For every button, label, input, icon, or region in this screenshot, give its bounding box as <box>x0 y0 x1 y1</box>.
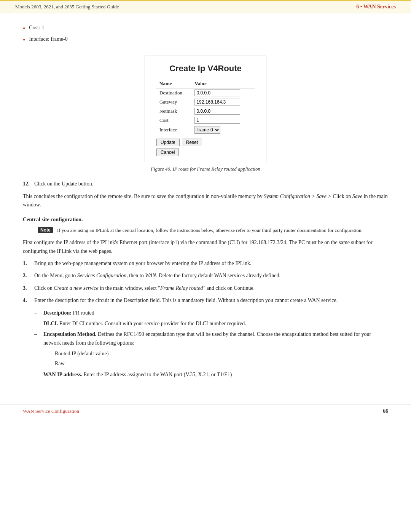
row-gateway-value[interactable] <box>191 97 255 107</box>
sub-bullet-description-text: Description: FR routed <box>43 309 94 317</box>
btn-inline: Update Reset <box>156 139 255 146</box>
bullet-interface-text: Interface: frame-0 <box>29 36 67 42</box>
step-4: 4. Enter the description for the circuit… <box>23 296 388 305</box>
step-3-text: Click on Create a new service in the mai… <box>34 284 255 292</box>
section-heading: Central site configuration. <box>23 217 388 223</box>
step-1-text: Bring up the web-page management system … <box>34 259 252 268</box>
page-content: • Cost: 1 • Interface: frame-0 Create Ip… <box>0 13 411 396</box>
figure-box: Create Ip V4Route Name Value Destination… <box>145 56 266 162</box>
table-row: Cost <box>156 116 255 125</box>
figure-container: Create Ip V4Route Name Value Destination… <box>23 56 388 172</box>
step-12-number: 12. <box>23 180 32 188</box>
bullet-dot-1: • <box>23 25 25 33</box>
form-table: Name Value Destination Gateway Netmask <box>156 80 255 135</box>
cancel-button[interactable]: Cancel <box>156 149 179 156</box>
step-2-text: On the Menu, go to Services Configuratio… <box>34 272 280 280</box>
sub-dash-1: – <box>34 309 42 317</box>
update-button[interactable]: Update <box>156 139 180 146</box>
step-3: 3. Click on Create a new service in the … <box>23 284 388 292</box>
sub-dash-2: – <box>34 320 42 328</box>
step-2-number: 2. <box>23 272 32 280</box>
button-row: Update Reset Cancel <box>156 139 255 156</box>
table-row: Interface frame-0 <box>156 125 255 135</box>
interface-select[interactable]: frame-0 <box>194 126 220 134</box>
sub-sub-dash-2: – <box>46 359 53 368</box>
step-2: 2. On the Menu, go to Services Configura… <box>23 272 388 280</box>
sub-bullet-description: – Description: FR routed <box>34 309 388 317</box>
note-label: Note <box>38 227 53 235</box>
row-destination-label: Destination <box>156 88 191 98</box>
sub-dash-3: – <box>34 330 42 347</box>
sub-bullet-encap-text: Encapsulation Method. Defines the RFC149… <box>43 330 388 347</box>
sub-bullet-dlci: – DLCI. Enter DLCI number. Consult with … <box>34 320 388 328</box>
netmask-input[interactable] <box>194 108 240 115</box>
sub-bullet-wan-ip-text: WAN IP address. Enter the IP address ass… <box>43 371 232 379</box>
row-gateway-label: Gateway <box>156 97 191 107</box>
reset-button[interactable]: Reset <box>182 139 202 146</box>
header-bar: Models 2603, 2621, and 2635 Getting Star… <box>0 0 411 13</box>
sub-sub-routed-text: Routed IP (default value) <box>55 350 108 358</box>
sub-sub-dash-1: – <box>46 350 53 358</box>
step-4-text: Enter the description for the circuit in… <box>34 296 338 305</box>
destination-input[interactable] <box>194 89 240 96</box>
footer: WAN Service Configuration 66 <box>0 404 411 418</box>
sub-bullet-dlci-text: DLCI. Enter DLCI number. Consult with yo… <box>43 320 246 328</box>
sub-dash-4: – <box>34 371 42 379</box>
table-row: Netmask <box>156 107 255 116</box>
bullet-interface: • Interface: frame-0 <box>23 36 388 45</box>
step-1: 1. Bring up the web-page management syst… <box>23 259 388 268</box>
row-netmask-label: Netmask <box>156 107 191 116</box>
bullet-cost-text: Cost: 1 <box>29 25 44 31</box>
step-12: 12. Click on the Update button. <box>23 180 388 188</box>
col-value-header: Value <box>191 80 255 88</box>
table-row: Gateway <box>156 97 255 107</box>
cancel-row: Cancel <box>156 149 255 156</box>
footer-right: 66 <box>383 408 388 414</box>
sub-bullet-encap: – Encapsulation Method. Defines the RFC1… <box>34 330 388 347</box>
header-left-text: Models 2603, 2621, and 2635 Getting Star… <box>15 4 119 10</box>
footer-left: WAN Service Configuration <box>23 408 79 414</box>
cost-input[interactable] <box>194 117 240 124</box>
gateway-input[interactable] <box>194 99 240 105</box>
sub-bullet-wan-ip: – WAN IP address. Enter the IP address a… <box>34 371 388 379</box>
bullet-cost: • Cost: 1 <box>23 25 388 33</box>
note-box: Note If you are using an IPLink at the c… <box>38 227 388 235</box>
step-4-number: 4. <box>23 296 32 305</box>
sub-sub-raw-text: Raw <box>55 359 65 368</box>
figure-title: Create Ip V4Route <box>156 64 255 73</box>
sub-sub-bullet-routed: – Routed IP (default value) <box>46 350 388 358</box>
row-cost-value[interactable] <box>191 116 255 125</box>
step-12-text: Click on the Update button. <box>34 180 93 188</box>
step-1-number: 1. <box>23 259 32 268</box>
paragraph-1: This concludes the configuration of the … <box>23 192 388 209</box>
figure-caption: Figure 40. IP route for Frame Relay rout… <box>151 166 260 172</box>
bullet-dot-2: • <box>23 36 25 45</box>
table-row: Destination <box>156 88 255 98</box>
header-right-text: 6 • WAN Services <box>356 4 396 10</box>
col-name-header: Name <box>156 80 191 88</box>
row-interface-label: Interface <box>156 125 191 135</box>
paragraph-2: First configure the IP address of the IP… <box>23 238 388 256</box>
row-netmask-value[interactable] <box>191 107 255 116</box>
note-text: If you are using an IPLink at the centra… <box>57 227 363 235</box>
row-destination-value[interactable] <box>191 88 255 98</box>
step-3-number: 3. <box>23 284 32 292</box>
sub-sub-bullet-raw: – Raw <box>46 359 388 368</box>
table-header-row: Name Value <box>156 80 255 88</box>
row-cost-label: Cost <box>156 116 191 125</box>
row-interface-value[interactable]: frame-0 <box>191 125 255 135</box>
